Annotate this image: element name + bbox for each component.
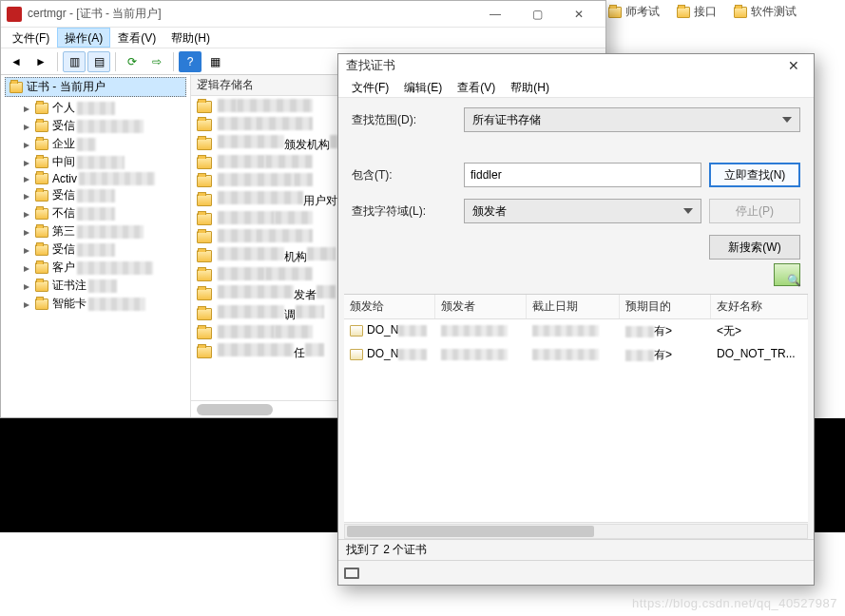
folder-icon xyxy=(197,269,212,281)
col-purpose[interactable]: 预期目的 xyxy=(620,295,711,318)
maximize-button[interactable]: ▢ xyxy=(516,1,558,28)
expander-icon[interactable]: ▸ xyxy=(22,120,31,133)
col-friendly[interactable]: 友好名称 xyxy=(711,295,808,318)
expander-icon[interactable]: ▸ xyxy=(22,279,31,293)
nav-back-button[interactable]: ◄ xyxy=(5,51,28,72)
nav-fwd-button[interactable]: ► xyxy=(29,51,52,72)
folder-icon xyxy=(197,138,212,150)
folder-icon xyxy=(197,194,212,206)
cell-issued-by xyxy=(435,321,527,341)
tree-item[interactable]: ▸企业 xyxy=(22,135,186,153)
folder-icon xyxy=(197,308,212,320)
expander-icon[interactable]: ▸ xyxy=(22,298,31,311)
col-expire[interactable]: 截止日期 xyxy=(527,295,620,318)
dlg-menu-edit[interactable]: 编辑(E) xyxy=(396,77,450,97)
tree-item[interactable]: ▸智能卡 xyxy=(22,295,186,313)
toolbar-divider xyxy=(173,52,174,71)
cert-icon xyxy=(350,349,363,360)
cell-issued-to: DO_N xyxy=(344,321,435,341)
folder-icon xyxy=(35,157,48,168)
menu-view[interactable]: 查看(V) xyxy=(110,28,163,48)
stop-button: 停止(P) xyxy=(709,199,800,223)
bookmark-bar: 师考试 接口 软件测试 xyxy=(608,4,797,20)
menu-action[interactable]: 操作(A) xyxy=(57,28,110,48)
tree-item-label: 第三 xyxy=(52,223,144,240)
folder-icon xyxy=(197,175,212,187)
tree-item-label: 受信 xyxy=(52,118,144,134)
export-button[interactable]: ⇨ xyxy=(145,51,168,72)
new-search-button[interactable]: 新搜索(W) xyxy=(709,235,800,260)
tree-item[interactable]: ▸受信 xyxy=(22,241,186,259)
expander-icon[interactable]: ▸ xyxy=(22,225,31,239)
expander-icon[interactable]: ▸ xyxy=(22,102,31,115)
expander-icon[interactable]: ▸ xyxy=(22,156,31,169)
tree-item[interactable]: ▸受信 xyxy=(22,117,186,135)
results-hscroll[interactable] xyxy=(344,522,808,539)
tree-root-item[interactable]: 证书 - 当前用户 xyxy=(5,77,186,97)
refresh-button[interactable]: ⟳ xyxy=(121,51,144,72)
scroll-thumb[interactable] xyxy=(347,526,594,537)
bookmark-item[interactable]: 软件测试 xyxy=(734,4,797,20)
field-select[interactable]: 颁发者 xyxy=(464,199,701,223)
menubar: 文件(F) 操作(A) 查看(V) 帮助(H) xyxy=(1,28,605,48)
folder-icon xyxy=(197,346,212,358)
find-now-button[interactable]: 立即查找(N) xyxy=(709,163,800,187)
bookmark-item[interactable]: 接口 xyxy=(677,4,717,20)
window-swap-icon[interactable] xyxy=(344,568,359,579)
search-globe-icon xyxy=(774,263,800,286)
folder-icon xyxy=(35,280,48,292)
dlg-menu-view[interactable]: 查看(V) xyxy=(450,77,503,97)
folder-icon xyxy=(35,226,48,238)
help-button[interactable]: ? xyxy=(179,51,202,72)
dialog-bottom-bar xyxy=(338,560,814,585)
tree-item[interactable]: ▸不信 xyxy=(22,204,186,222)
folder-icon xyxy=(35,103,48,114)
minimize-button[interactable]: — xyxy=(474,1,516,28)
tree-item[interactable]: ▸客户 xyxy=(22,259,186,277)
tree-item[interactable]: ▸证书注 xyxy=(22,277,186,295)
expander-icon[interactable]: ▸ xyxy=(22,138,31,151)
expander-icon[interactable]: ▸ xyxy=(22,207,31,221)
list-item-label xyxy=(218,99,313,115)
scroll-thumb[interactable] xyxy=(197,404,273,415)
folder-icon xyxy=(35,139,48,150)
col-issued-by[interactable]: 颁发者 xyxy=(435,295,527,318)
cell-expire xyxy=(527,345,620,365)
results-list: 颁发给 颁发者 截止日期 预期目的 友好名称 DO_N有><无>DO_N有>DO… xyxy=(344,294,808,522)
expander-icon[interactable]: ▸ xyxy=(22,172,31,185)
toolbar-divider xyxy=(115,52,116,71)
menu-file[interactable]: 文件(F) xyxy=(5,28,57,48)
tree-item[interactable]: ▸个人 xyxy=(22,99,186,117)
view-detail-button[interactable]: ▤ xyxy=(87,51,110,72)
titlebar[interactable]: certmgr - [证书 - 当前用户] — ▢ ✕ xyxy=(1,1,605,28)
menu-help[interactable]: 帮助(H) xyxy=(163,28,218,48)
col-issued-to[interactable]: 颁发给 xyxy=(344,295,435,318)
tree-item[interactable]: ▸中间 xyxy=(22,153,186,171)
tree-item-label: 证书注 xyxy=(52,278,117,294)
list-item-label xyxy=(218,117,313,133)
dialog-close-button[interactable]: ✕ xyxy=(781,58,806,73)
tree-item-label: Activ xyxy=(52,172,155,185)
scope-select[interactable]: 所有证书存储 xyxy=(464,107,800,132)
table-row[interactable]: DO_N有><无> xyxy=(344,319,808,343)
expander-icon[interactable]: ▸ xyxy=(22,243,31,257)
contains-input[interactable]: fiddler xyxy=(464,163,701,187)
tree-item-label: 受信 xyxy=(52,241,115,258)
dlg-menu-help[interactable]: 帮助(H) xyxy=(503,77,557,97)
tree-item[interactable]: ▸第三 xyxy=(22,222,186,241)
tree-item[interactable]: ▸Activ xyxy=(22,171,186,186)
tree-item[interactable]: ▸受信 xyxy=(22,186,186,204)
table-row[interactable]: DO_N有>DO_NOT_TR... xyxy=(344,343,808,367)
expander-icon[interactable]: ▸ xyxy=(22,189,31,202)
folder-icon xyxy=(197,250,212,262)
close-button[interactable]: ✕ xyxy=(558,1,600,28)
folder-icon xyxy=(197,327,212,339)
bookmark-item[interactable]: 师考试 xyxy=(608,4,660,20)
expander-icon[interactable]: ▸ xyxy=(22,261,31,275)
view-list-button[interactable]: ▥ xyxy=(63,51,86,72)
results-header[interactable]: 颁发给 颁发者 截止日期 预期目的 友好名称 xyxy=(344,295,808,319)
dialog-titlebar[interactable]: 查找证书 ✕ xyxy=(338,54,814,77)
properties-button[interactable]: ▦ xyxy=(203,51,226,72)
dlg-menu-file[interactable]: 文件(F) xyxy=(344,77,396,97)
cell-friendly: <无> xyxy=(711,321,808,341)
